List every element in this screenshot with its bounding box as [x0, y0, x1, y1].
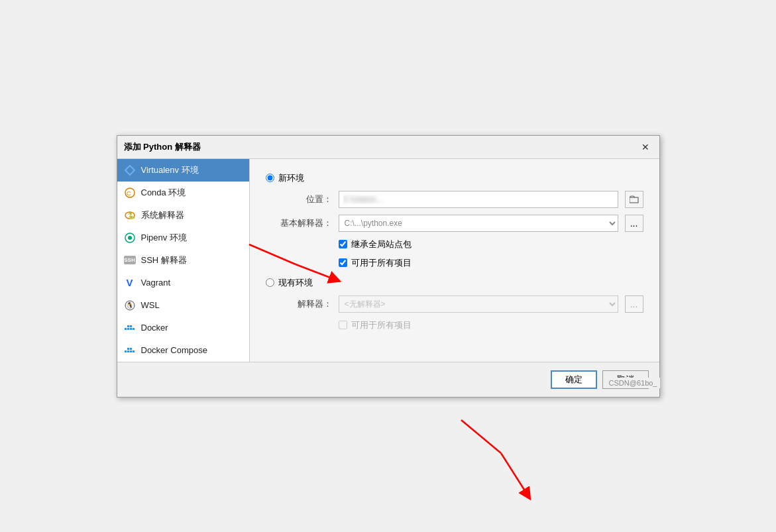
wsl-icon: 🐧	[124, 299, 136, 311]
sidebar-item-ssh[interactable]: SSH SSH 解释器	[117, 249, 249, 272]
pipenv-icon	[124, 232, 136, 244]
svg-line-27	[501, 453, 527, 495]
main-panel: 新环境 位置： 基本解释器：	[250, 159, 659, 362]
system-icon: 🐍	[124, 209, 136, 221]
add-interpreter-dialog: 添加 Python 解释器 ✕ Virtualenv 环境 C	[117, 135, 660, 398]
existing-interpreter-select-wrapper: <无解释器>	[339, 295, 618, 313]
existing-env-section: 现有环境 解释器： <无解释器> ...	[266, 277, 643, 331]
dialog-wrapper: 添加 Python 解释器 ✕ Virtualenv 环境 C	[117, 135, 660, 398]
existing-interpreter-label: 解释器：	[279, 298, 332, 310]
svg-rect-21	[133, 350, 135, 352]
sidebar-item-virtualenv[interactable]: Virtualenv 环境	[117, 159, 249, 182]
svg-line-28	[461, 420, 501, 453]
virtualenv-icon	[124, 164, 136, 176]
svg-rect-13	[127, 325, 129, 327]
dialog-footer: 确定 取消	[117, 362, 659, 397]
inherit-checkbox-row: 继承全局站点包	[339, 239, 643, 250]
sidebar-item-conda-label: Conda 环境	[141, 187, 186, 199]
base-interpreter-select[interactable]: C:\...\python.exe	[339, 215, 618, 232]
existing-interpreter-browse-button[interactable]: ...	[625, 295, 643, 313]
title-bar: 添加 Python 解释器 ✕	[117, 136, 659, 159]
dialog-title: 添加 Python 解释器	[124, 141, 201, 153]
sidebar-item-docker-label: Docker	[141, 323, 168, 333]
svg-rect-12	[130, 328, 132, 330]
close-button[interactable]: ✕	[638, 140, 653, 154]
sidebar-item-vagrant-label: Vagrant	[141, 278, 171, 288]
existing-interpreter-row: 解释器： <无解释器> ...	[279, 295, 643, 313]
available-label: 可用于所有项目	[351, 257, 412, 269]
svg-point-1	[128, 168, 132, 172]
new-env-radio-row: 新环境	[266, 172, 643, 184]
ok-button[interactable]: 确定	[551, 370, 597, 389]
location-input[interactable]	[339, 191, 618, 208]
sidebar-item-vagrant[interactable]: V Vagrant	[117, 272, 249, 294]
existing-env-radio-row: 现有环境	[266, 277, 643, 289]
available-checkbox-row: 可用于所有项目	[339, 257, 643, 269]
existing-interpreter-select[interactable]: <无解释器>	[339, 295, 618, 313]
sidebar-item-conda[interactable]: C Conda 环境	[117, 182, 249, 204]
available-checkbox[interactable]	[339, 258, 347, 267]
svg-text:C: C	[127, 190, 131, 197]
svg-rect-20	[130, 348, 132, 350]
base-interpreter-select-wrapper: C:\...\python.exe	[339, 215, 618, 232]
docker-icon	[124, 322, 136, 334]
sidebar-item-dockercompose-label: Docker Compose	[141, 345, 207, 355]
ssh-icon: SSH	[124, 256, 136, 264]
base-interpreter-browse-button[interactable]: ...	[625, 215, 643, 232]
dialog-body: Virtualenv 环境 C Conda 环境 🐍 系统解释器	[117, 159, 659, 362]
conda-icon: C	[124, 187, 136, 199]
sidebar-item-pipenv-label: Pipenv 环境	[141, 232, 187, 244]
existing-available-checkbox-row: 可用于所有项目	[339, 319, 643, 331]
sidebar-item-system[interactable]: 🐍 系统解释器	[117, 204, 249, 227]
svg-rect-15	[133, 328, 135, 330]
location-browse-button[interactable]	[625, 191, 643, 208]
svg-rect-17	[127, 350, 129, 352]
base-interpreter-label: 基本解释器：	[279, 217, 332, 229]
sidebar-item-wsl[interactable]: 🐧 WSL	[117, 294, 249, 317]
existing-available-checkbox[interactable]	[339, 321, 347, 329]
existing-env-radio[interactable]	[266, 278, 274, 287]
new-env-label: 新环境	[278, 172, 304, 184]
svg-rect-14	[130, 325, 132, 327]
base-interpreter-row: 基本解释器： C:\...\python.exe ...	[279, 215, 643, 232]
svg-point-7	[128, 236, 132, 240]
sidebar-item-virtualenv-label: Virtualenv 环境	[141, 164, 199, 176]
svg-rect-18	[130, 350, 132, 352]
sidebar-item-docker[interactable]: Docker	[117, 317, 249, 339]
svg-text:🐍: 🐍	[127, 211, 135, 220]
svg-text:🐧: 🐧	[125, 301, 133, 309]
new-env-radio[interactable]	[266, 174, 274, 182]
csdn-watermark: CSDN@61bo_	[606, 378, 660, 388]
svg-rect-19	[127, 348, 129, 350]
svg-rect-10	[125, 328, 127, 330]
svg-rect-22	[630, 197, 638, 203]
sidebar-item-ssh-label: SSH 解释器	[141, 254, 187, 266]
vagrant-icon: V	[124, 277, 136, 289]
sidebar: Virtualenv 环境 C Conda 环境 🐍 系统解释器	[117, 159, 250, 362]
existing-env-label: 现有环境	[278, 277, 313, 289]
dockercompose-icon	[124, 345, 136, 356]
location-label: 位置：	[279, 193, 332, 205]
sidebar-item-pipenv[interactable]: Pipenv 环境	[117, 227, 249, 249]
svg-rect-16	[125, 350, 127, 352]
sidebar-item-system-label: 系统解释器	[141, 209, 184, 221]
new-env-section: 新环境 位置： 基本解释器：	[266, 172, 643, 269]
sidebar-item-wsl-label: WSL	[141, 300, 160, 310]
location-row: 位置：	[279, 191, 643, 208]
inherit-label: 继承全局站点包	[351, 239, 412, 250]
sidebar-item-dockercompose[interactable]: Docker Compose	[117, 339, 249, 362]
svg-rect-11	[127, 328, 129, 330]
inherit-checkbox[interactable]	[339, 240, 347, 248]
existing-available-label: 可用于所有项目	[351, 319, 412, 331]
